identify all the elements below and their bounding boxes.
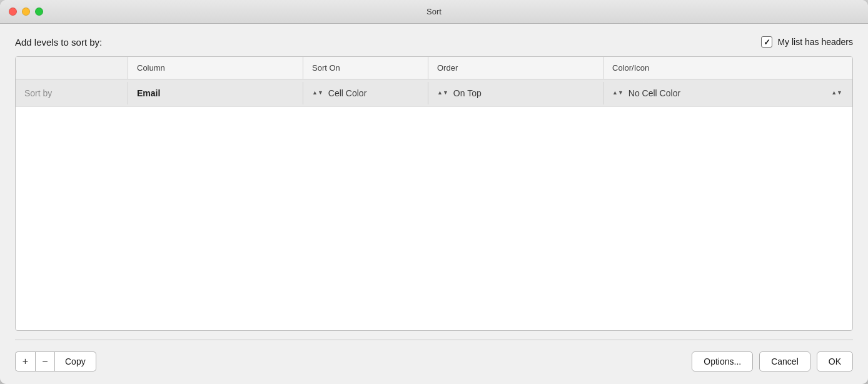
headers-checkbox-label: My list has headers <box>777 37 853 47</box>
color-icon-chevron-right-icon: ▲▼ <box>831 90 842 96</box>
ok-button[interactable]: OK <box>817 351 853 371</box>
checkmark-icon: ✓ <box>764 38 770 46</box>
top-bar: Add levels to sort by: ✓ My list has hea… <box>15 36 853 48</box>
sort-dialog: Sort Add levels to sort by: ✓ My list ha… <box>0 0 868 384</box>
header-cell-color-icon: Color/Icon <box>603 57 852 79</box>
row-color-icon-dropdown[interactable]: ▲▼ No Cell Color ▲▼ <box>603 82 852 104</box>
table-row: Sort by Email ▲▼ Cell Color ▲▼ On Top ▲▼ <box>16 79 852 107</box>
options-button[interactable]: Options... <box>692 351 753 371</box>
bottom-bar: + − Copy Options... Cancel OK <box>15 349 853 374</box>
header-cell-empty <box>16 57 128 79</box>
header-cell-column: Column <box>128 57 303 79</box>
sort-table: Column Sort On Order Color/Icon Sort by … <box>15 56 853 331</box>
maximize-button[interactable] <box>35 8 43 16</box>
add-level-button[interactable]: + <box>15 351 35 371</box>
header-cell-order: Order <box>428 57 603 79</box>
divider <box>15 340 853 340</box>
main-content: Add levels to sort by: ✓ My list has hea… <box>0 24 868 384</box>
color-icon-chevron-left-icon: ▲▼ <box>612 90 623 96</box>
right-action-buttons: Options... Cancel OK <box>692 351 853 371</box>
window-title: Sort <box>426 7 442 16</box>
row-sort-by-label: Sort by <box>16 82 128 104</box>
sort-on-chevron-icon: ▲▼ <box>312 90 323 96</box>
row-order-dropdown[interactable]: ▲▼ On Top <box>428 82 603 104</box>
cancel-button[interactable]: Cancel <box>759 351 810 371</box>
close-button[interactable] <box>9 8 17 16</box>
table-header: Column Sort On Order Color/Icon <box>16 57 852 79</box>
remove-level-button[interactable]: − <box>35 351 55 371</box>
header-cell-sort-on: Sort On <box>303 57 428 79</box>
headers-checkbox-area: ✓ My list has headers <box>761 36 853 48</box>
add-levels-label: Add levels to sort by: <box>15 37 102 48</box>
row-column-value[interactable]: Email <box>128 82 303 104</box>
left-action-buttons: + − Copy <box>15 351 96 371</box>
order-chevron-icon: ▲▼ <box>437 90 448 96</box>
row-sort-on-dropdown[interactable]: ▲▼ Cell Color <box>303 82 428 104</box>
traffic-lights <box>9 8 43 16</box>
minimize-button[interactable] <box>22 8 30 16</box>
copy-button[interactable]: Copy <box>55 351 96 371</box>
table-body: Sort by Email ▲▼ Cell Color ▲▼ On Top ▲▼ <box>16 79 852 107</box>
title-bar: Sort <box>0 0 868 24</box>
headers-checkbox[interactable]: ✓ <box>761 36 772 48</box>
